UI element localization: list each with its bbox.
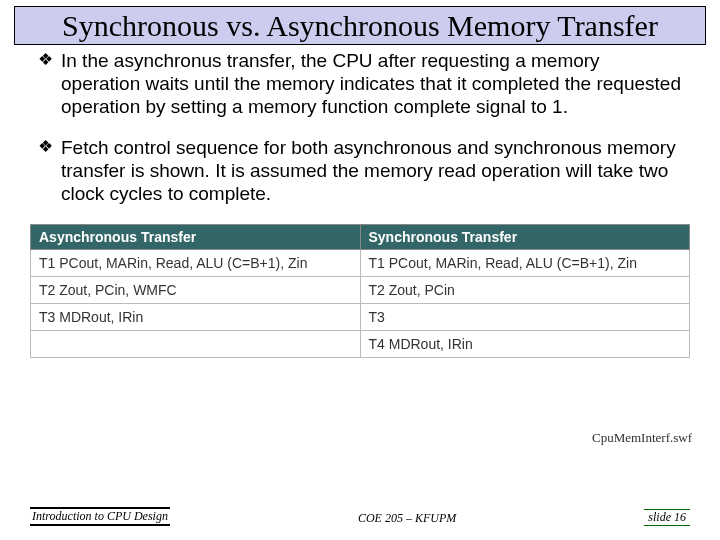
footer-mid: COE 205 – KFUPM xyxy=(358,511,456,526)
table-cell: T2 Zout, PCin, WMFC xyxy=(31,276,361,303)
swf-filename-label: CpuMemInterf.swf xyxy=(592,430,692,446)
slide-title: Synchronous vs. Asynchronous Memory Tran… xyxy=(15,9,705,44)
bullet-text: In the asynchronus transfer, the CPU aft… xyxy=(61,49,682,119)
table-cell xyxy=(31,330,361,357)
bullet-item: ❖ In the asynchronus transfer, the CPU a… xyxy=(38,49,682,119)
diamond-bullet-icon: ❖ xyxy=(38,49,53,119)
table-row: T3 MDRout, IRin T3 xyxy=(31,303,690,330)
table-cell: T1 PCout, MARin, Read, ALU (C=B+1), Zin xyxy=(360,249,690,276)
slide-title-band: Synchronous vs. Asynchronous Memory Tran… xyxy=(14,6,706,45)
table-header: Synchronous Transfer xyxy=(360,224,690,249)
footer-right: slide 16 xyxy=(644,509,690,526)
table-cell: T4 MDRout, IRin xyxy=(360,330,690,357)
diamond-bullet-icon: ❖ xyxy=(38,136,53,206)
footer-left: Introduction to CPU Design xyxy=(30,507,170,526)
slide-body: ❖ In the asynchronus transfer, the CPU a… xyxy=(0,45,720,206)
bullet-item: ❖ Fetch control sequence for both asynch… xyxy=(38,136,682,206)
table-cell: T3 xyxy=(360,303,690,330)
table-row: T4 MDRout, IRin xyxy=(31,330,690,357)
table-cell: T3 MDRout, IRin xyxy=(31,303,361,330)
table-cell: T2 Zout, PCin xyxy=(360,276,690,303)
table-row: T2 Zout, PCin, WMFC T2 Zout, PCin xyxy=(31,276,690,303)
slide-footer: Introduction to CPU Design COE 205 – KFU… xyxy=(0,507,720,526)
transfer-table-wrap: Asynchronous Transfer Synchronous Transf… xyxy=(30,224,690,358)
transfer-table: Asynchronous Transfer Synchronous Transf… xyxy=(30,224,690,358)
bullet-text: Fetch control sequence for both asynchro… xyxy=(61,136,682,206)
table-header-row: Asynchronous Transfer Synchronous Transf… xyxy=(31,224,690,249)
table-header: Asynchronous Transfer xyxy=(31,224,361,249)
table-cell: T1 PCout, MARin, Read, ALU (C=B+1), Zin xyxy=(31,249,361,276)
table-row: T1 PCout, MARin, Read, ALU (C=B+1), Zin … xyxy=(31,249,690,276)
